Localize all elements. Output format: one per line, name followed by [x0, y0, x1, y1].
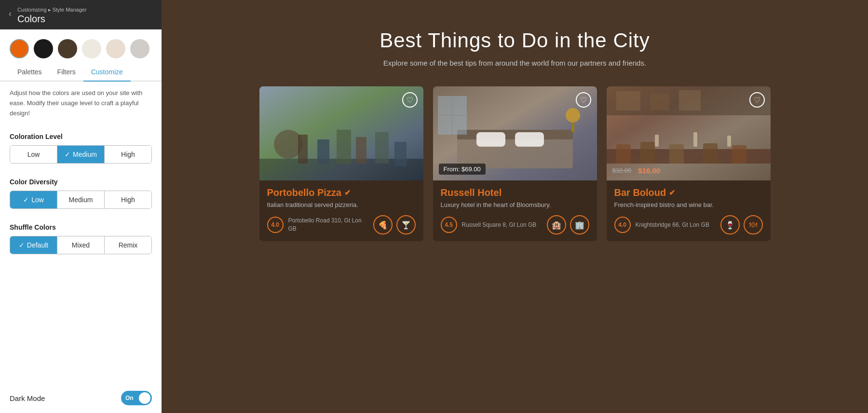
diversity-medium-btn[interactable]: Medium [57, 191, 104, 208]
swatch-dark-brown[interactable] [58, 39, 77, 58]
swatch-orange[interactable] [10, 39, 29, 58]
tab-customize[interactable]: Customize [83, 63, 131, 82]
card-bar-boloud-name: Bar Boloud ✔ [614, 187, 763, 198]
card-portobello: ♡ Portobello Pizza ✔ Italian traditional… [259, 86, 423, 241]
rating-pizza: 4.0 [267, 217, 284, 233]
bar-name-text: Bar Boloud [614, 187, 666, 198]
card-bar-boloud-desc: French-inspired bistro and wine bar. [614, 201, 763, 208]
card-russell-footer: 4.5 Russell Square 8, Gt Lon GB 🏨 🏢 [441, 215, 589, 234]
breadcrumb: Customizing ▸ Style Manager [17, 7, 87, 13]
hotel-icon: 🏨 [552, 220, 561, 230]
svg-rect-13 [515, 132, 544, 147]
hero-title: Best Things to Do in the City [380, 29, 650, 52]
svg-rect-7 [375, 132, 389, 164]
wine-icon: 🍷 [725, 220, 735, 230]
tab-filters[interactable]: Filters [50, 63, 83, 82]
dark-mode-label: Dark Mode [10, 394, 45, 402]
address-hotel: Russell Square 8, Gt Lon GB [462, 221, 537, 229]
shuffle-colors-group: ✓ Default Mixed Remix [10, 236, 152, 254]
panel-title: Colors [17, 14, 87, 25]
address-pizza: Portobello Road 310, Gt Lon GB [288, 217, 369, 233]
card-icons-pizza: 🍕 🍸 [373, 215, 416, 234]
card-portobello-img-wrapper: ♡ [259, 86, 423, 180]
left-panel: ‹ Customizing ▸ Style Manager Colors Pal… [0, 0, 162, 413]
toggle-on-label: On [125, 395, 134, 401]
card-portobello-image [259, 86, 423, 180]
food-icon: 🍽 [749, 220, 757, 229]
diversity-high-btn[interactable]: High [104, 191, 151, 208]
card-portobello-name: Portobello Pizza ✔ [267, 187, 416, 198]
color-diversity-group: ✓ Low Medium High [10, 191, 152, 209]
dark-mode-toggle[interactable]: On [121, 391, 152, 405]
heart-icon-pizza: ♡ [407, 96, 413, 105]
swatch-light-gray[interactable] [130, 39, 149, 58]
swatch-light-cream[interactable] [82, 39, 101, 58]
svg-rect-5 [337, 130, 351, 164]
description-text: Adjust how the colors are used on your s… [0, 88, 162, 128]
svg-rect-27 [616, 91, 640, 110]
card-bar-boloud: ♡ $32.00 $16.00 Bar Boloud ✔ French-insp… [607, 86, 771, 241]
svg-rect-22 [640, 142, 655, 164]
card-russell-img-wrapper: ♡ From: $69.00 [433, 86, 597, 180]
bar-price-wrap: $32.00 $16.00 [612, 166, 661, 175]
verified-icon-bar: ✔ [669, 188, 675, 197]
shuffle-remix-btn[interactable]: Remix [104, 236, 151, 254]
coloration-level-group: Low ✓ Medium High [10, 145, 152, 164]
heart-button-pizza[interactable]: ♡ [402, 92, 418, 108]
svg-point-17 [566, 108, 580, 123]
card-russell-desc: Luxury hotel in the heart of Bloomsbury. [441, 201, 589, 208]
shuffle-default-btn[interactable]: ✓ Default [10, 236, 57, 254]
rating-address-hotel: 4.5 Russell Square 8, Gt Lon GB [441, 217, 537, 233]
address-bar: Knightsbridge 66, Gt Lon GB [636, 221, 709, 229]
shuffle-mixed-btn[interactable]: Mixed [57, 236, 104, 254]
rating-bar: 4.0 [614, 217, 631, 233]
card-russell: ♡ From: $69.00 Russell Hotel Luxury hote… [433, 86, 597, 241]
price-from-text: From: $69.00 [444, 165, 481, 173]
swatch-black[interactable] [34, 39, 53, 58]
heart-icon-hotel: ♡ [580, 96, 587, 105]
heart-button-hotel[interactable]: ♡ [576, 92, 591, 108]
color-swatches [0, 29, 162, 63]
food-icon-circle: 🍽 [744, 215, 763, 234]
diversity-low-btn[interactable]: ✓ Low [10, 191, 57, 208]
svg-rect-31 [693, 132, 697, 147]
dark-mode-row: Dark Mode On [0, 383, 162, 413]
svg-rect-32 [727, 136, 731, 147]
hero-subtitle: Explore some of the best tips from aroun… [383, 59, 646, 67]
wine-icon-circle: 🍷 [720, 215, 740, 234]
svg-rect-21 [616, 144, 631, 164]
card-russell-body: Russell Hotel Luxury hotel in the heart … [433, 180, 597, 241]
shuffle-colors-label: Shuffle Colors [0, 219, 162, 236]
tab-palettes[interactable]: Palettes [10, 63, 50, 82]
svg-rect-29 [679, 90, 701, 110]
building-icon-circle: 🏢 [570, 215, 589, 234]
cards-row: ♡ Portobello Pizza ✔ Italian traditional… [162, 86, 868, 241]
coloration-high-btn[interactable]: High [104, 146, 151, 163]
card-portobello-footer: 4.0 Portobello Road 310, Gt Lon GB 🍕 🍸 [267, 215, 416, 234]
checkmark-icon-3: ✓ [19, 241, 25, 249]
svg-rect-25 [732, 145, 746, 164]
back-button[interactable]: ‹ [5, 7, 15, 21]
swatch-cream[interactable] [106, 39, 125, 58]
coloration-low-btn[interactable]: Low [10, 146, 57, 163]
heart-button-bar[interactable]: ♡ [749, 92, 765, 108]
rating-address-pizza: 4.0 Portobello Road 310, Gt Lon GB [267, 217, 369, 233]
coloration-level-label: Coloration Level [0, 128, 162, 145]
portobello-name-text: Portobello Pizza [267, 187, 341, 198]
svg-rect-6 [356, 137, 366, 164]
card-russell-name: Russell Hotel [441, 187, 589, 198]
verified-icon-pizza: ✔ [344, 188, 351, 197]
panel-topbar: ‹ Customizing ▸ Style Manager Colors [0, 0, 162, 29]
svg-rect-3 [298, 135, 308, 164]
hotel-icon-circle: 🏨 [547, 215, 566, 234]
coloration-medium-btn[interactable]: ✓ Medium [57, 146, 104, 163]
pizza-place-svg [259, 86, 423, 180]
card-bar-boloud-img-wrapper: ♡ $32.00 $16.00 [607, 86, 771, 180]
card-bar-boloud-footer: 4.0 Knightsbridge 66, Gt Lon GB 🍷 🍽 [614, 215, 763, 234]
svg-rect-23 [669, 144, 684, 164]
heart-icon-bar: ♡ [754, 96, 760, 105]
price-from-badge: From: $69.00 [439, 164, 486, 175]
card-icons-hotel: 🏨 🏢 [547, 215, 589, 234]
svg-rect-4 [317, 139, 329, 164]
building-icon: 🏢 [575, 220, 584, 230]
